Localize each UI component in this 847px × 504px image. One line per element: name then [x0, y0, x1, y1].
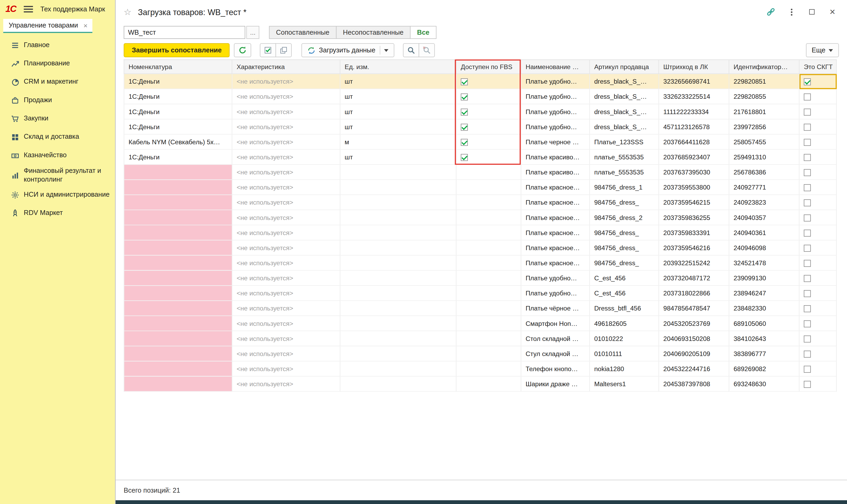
hamburger-menu-icon[interactable]: [23, 5, 33, 12]
cell-unit[interactable]: [340, 286, 456, 301]
table-row[interactable]: <не используется> Платье красное… 984756…: [124, 195, 836, 210]
cell-name[interactable]: Платье красное…: [521, 225, 590, 240]
table-row[interactable]: <не используется> Платье удобно… C_est_4…: [124, 286, 836, 301]
cell-name[interactable]: Платье удобно…: [521, 74, 590, 89]
table-row[interactable]: <не используется> Смартфон Hon… 49618260…: [124, 316, 836, 331]
col-header-name[interactable]: Наименование …: [521, 60, 590, 74]
cell-name[interactable]: Платье красиво…: [521, 164, 590, 179]
cell-skgt[interactable]: [799, 240, 836, 255]
cell-article[interactable]: Dresss_btfl_456: [590, 301, 659, 316]
sidebar-item-finance[interactable]: Финансовый результат и контроллинг: [0, 165, 115, 186]
sidebar-item-main[interactable]: Главное: [0, 36, 115, 55]
cell-article[interactable]: 984756_dress_2: [590, 210, 659, 225]
cell-characteristic[interactable]: <не используется>: [232, 104, 340, 119]
skgt-checkbox[interactable]: [804, 275, 811, 282]
sidebar-item-crm[interactable]: CRM и маркетинг: [0, 73, 115, 91]
cell-article[interactable]: 984756_dress_: [590, 255, 659, 270]
cell-fbs[interactable]: [456, 119, 521, 134]
cell-barcode[interactable]: 2045320523769: [659, 316, 729, 331]
cell-identifier[interactable]: 229820851: [729, 74, 799, 89]
cell-characteristic[interactable]: <не используется>: [232, 225, 340, 240]
col-header-unit[interactable]: Ед. изм.: [340, 60, 456, 74]
search-button[interactable]: [403, 43, 419, 57]
cell-barcode[interactable]: 2040690205109: [659, 346, 729, 361]
cell-characteristic[interactable]: <не используется>: [232, 119, 340, 134]
cell-nomenclature[interactable]: 1С:Деньги: [124, 119, 232, 134]
cell-name[interactable]: Платье красное…: [521, 195, 590, 210]
col-header-skgt[interactable]: Это СКГТ: [799, 60, 836, 74]
cell-skgt[interactable]: [799, 89, 836, 104]
cell-nomenclature[interactable]: [124, 255, 232, 270]
skgt-checkbox[interactable]: [804, 245, 811, 252]
cell-nomenclature[interactable]: [124, 316, 232, 331]
cell-nomenclature[interactable]: [124, 376, 232, 391]
sidebar-item-sales[interactable]: Продажи: [0, 91, 115, 110]
maximize-icon[interactable]: [805, 5, 819, 19]
profile-input[interactable]: [124, 26, 245, 39]
sidebar-item-purchases[interactable]: Закупки: [0, 110, 115, 128]
cell-nomenclature[interactable]: [124, 270, 232, 285]
set-all-flags-button[interactable]: [260, 43, 276, 57]
cell-nomenclature[interactable]: [124, 240, 232, 255]
cell-article[interactable]: платье_5553535: [590, 164, 659, 179]
skgt-checkbox[interactable]: [804, 350, 811, 358]
cell-fbs[interactable]: [456, 104, 521, 119]
cell-nomenclature[interactable]: 1С:Деньги: [124, 149, 232, 164]
cell-unit[interactable]: [340, 270, 456, 285]
cell-article[interactable]: 01010222: [590, 331, 659, 346]
cell-identifier[interactable]: 689269082: [729, 361, 799, 376]
cell-barcode[interactable]: 2037685923407: [659, 149, 729, 164]
cell-identifier[interactable]: 240923823: [729, 195, 799, 210]
cell-characteristic[interactable]: <не используется>: [232, 361, 340, 376]
cell-article[interactable]: 984756_dress_: [590, 240, 659, 255]
cell-barcode[interactable]: 3232656698741: [659, 74, 729, 89]
skgt-checkbox[interactable]: [804, 93, 811, 100]
cell-name[interactable]: Платье красное…: [521, 180, 590, 195]
cell-characteristic[interactable]: <не используется>: [232, 195, 340, 210]
cell-characteristic[interactable]: <не используется>: [232, 270, 340, 285]
cell-unit[interactable]: шт: [340, 149, 456, 164]
cell-identifier[interactable]: 238482330: [729, 301, 799, 316]
cell-unit[interactable]: шт: [340, 119, 456, 134]
skgt-checkbox[interactable]: [804, 305, 811, 312]
cell-skgt[interactable]: [799, 286, 836, 301]
cell-skgt[interactable]: [799, 195, 836, 210]
cell-characteristic[interactable]: <не используется>: [232, 376, 340, 391]
cell-barcode[interactable]: 2040693150208: [659, 331, 729, 346]
cell-identifier[interactable]: 239972856: [729, 119, 799, 134]
filter-matched-button[interactable]: Сопоставленные: [269, 26, 337, 39]
cell-barcode[interactable]: 2037359546216: [659, 240, 729, 255]
cell-name[interactable]: Платье удобно…: [521, 89, 590, 104]
cell-article[interactable]: 984756_dress_1: [590, 180, 659, 195]
tab-close-icon[interactable]: ×: [84, 22, 87, 29]
table-row[interactable]: <не используется> Платье красное… 984756…: [124, 255, 836, 270]
cell-nomenclature[interactable]: 1С:Деньги: [124, 89, 232, 104]
cell-skgt[interactable]: [799, 255, 836, 270]
cell-fbs[interactable]: [456, 180, 521, 195]
cell-article[interactable]: dress_black_S_…: [590, 74, 659, 89]
cell-fbs[interactable]: [456, 149, 521, 164]
cell-characteristic[interactable]: <не используется>: [232, 74, 340, 89]
cell-skgt[interactable]: [799, 376, 836, 391]
cell-identifier[interactable]: 693248630: [729, 376, 799, 391]
cell-article[interactable]: платье_5553535: [590, 149, 659, 164]
skgt-checkbox[interactable]: [804, 214, 811, 221]
load-data-caret-icon[interactable]: [380, 46, 388, 55]
cell-nomenclature[interactable]: [124, 361, 232, 376]
cell-barcode[interactable]: 2037320487172: [659, 270, 729, 285]
cell-characteristic[interactable]: <не используется>: [232, 134, 340, 149]
table-row[interactable]: <не используется> Платье красиво… платье…: [124, 164, 836, 179]
cell-unit[interactable]: [340, 331, 456, 346]
table-row[interactable]: <не используется> Телефон кнопо… nokia12…: [124, 361, 836, 376]
cell-name[interactable]: Платье красное…: [521, 255, 590, 270]
table-row[interactable]: Кабель NYM (Севкабель) 5х… <не используе…: [124, 134, 836, 149]
cell-fbs[interactable]: [456, 89, 521, 104]
cell-unit[interactable]: [340, 255, 456, 270]
col-header-nomenclature[interactable]: Номенклатура: [124, 60, 232, 74]
cell-name[interactable]: Платье красное…: [521, 210, 590, 225]
table-row[interactable]: <не используется> Платье удобно… C_est_4…: [124, 270, 836, 285]
cell-identifier[interactable]: 240940361: [729, 225, 799, 240]
skgt-checkbox[interactable]: [804, 336, 811, 343]
cell-skgt[interactable]: [799, 164, 836, 179]
cell-skgt[interactable]: [799, 316, 836, 331]
